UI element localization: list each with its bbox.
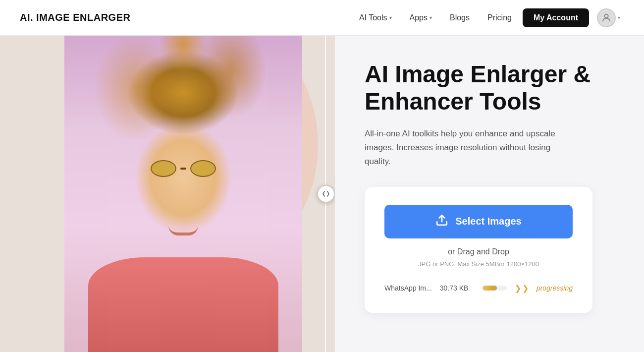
nav-label-ai-tools: AI Tools	[359, 13, 387, 22]
content-section: AI Image Enlarger & Enhancer Tools All-i…	[335, 36, 644, 352]
logo: AI. IMAGE ENLARGER	[20, 12, 130, 23]
my-account-label: My Account	[534, 13, 578, 22]
hero-title: AI Image Enlarger & Enhancer Tools	[365, 60, 614, 115]
hair-overlay	[64, 36, 302, 210]
file-size: 30.73 KB	[440, 284, 475, 292]
nav-item-ai-tools[interactable]: AI Tools ▾	[352, 9, 399, 26]
drag-drop-text: or Drag and Drop	[384, 247, 573, 256]
header: AI. IMAGE ENLARGER AI Tools ▾ Apps ▾ Blo…	[0, 0, 644, 36]
bridge	[180, 168, 186, 170]
nav-label-pricing: Pricing	[487, 13, 512, 22]
chevron-right-icon-2: ❯	[522, 284, 529, 293]
nav-label-blogs: Blogs	[450, 13, 470, 22]
chevron-right-icon: ❯	[515, 284, 521, 293]
nav-item-blogs[interactable]: Blogs	[443, 9, 477, 26]
select-images-button[interactable]: Select Images	[384, 205, 573, 238]
left-lens	[151, 160, 176, 177]
upload-box: Select Images or Drag and Drop JPG or PN…	[365, 187, 592, 313]
progress-status-label: progressing	[537, 284, 573, 292]
image-comparison-section	[0, 36, 335, 352]
nav-item-apps[interactable]: Apps ▾	[403, 9, 439, 26]
chevron-down-icon: ▾	[389, 15, 392, 20]
progress-item: WhatsApp Im... 30.73 KB ❯ ❯ progressing	[384, 278, 573, 295]
progress-fill	[483, 286, 497, 291]
main-content: AI Image Enlarger & Enhancer Tools All-i…	[0, 36, 644, 352]
progress-track	[483, 286, 507, 291]
chevron-down-icon: ▾	[429, 15, 432, 20]
hero-description: All-in-one AI toolkits help you enhance …	[365, 127, 573, 169]
nav-item-pricing[interactable]: Pricing	[481, 9, 519, 26]
file-name: WhatsApp Im...	[384, 284, 432, 292]
nav-label-apps: Apps	[410, 13, 428, 22]
sunglasses	[151, 160, 216, 177]
svg-point-0	[604, 14, 608, 17]
avatar-button[interactable]: ▾	[593, 5, 624, 30]
file-hint-text: JPG or PNG. Max Size 5MBor 1200×1200	[384, 260, 573, 268]
photo-background	[64, 36, 302, 352]
avatar-chevron-icon: ▾	[618, 15, 620, 20]
right-lens	[190, 160, 216, 177]
progress-chevrons: ❯ ❯	[515, 284, 529, 293]
nav: AI Tools ▾ Apps ▾ Blogs Pricing My Accou…	[352, 5, 624, 30]
photo-container	[64, 36, 302, 352]
avatar-icon	[597, 8, 616, 27]
select-images-label: Select Images	[455, 216, 521, 227]
shirt	[88, 257, 278, 352]
my-account-button[interactable]: My Account	[523, 8, 589, 27]
comparison-divider-handle[interactable]	[317, 185, 335, 203]
upload-icon	[435, 214, 448, 230]
